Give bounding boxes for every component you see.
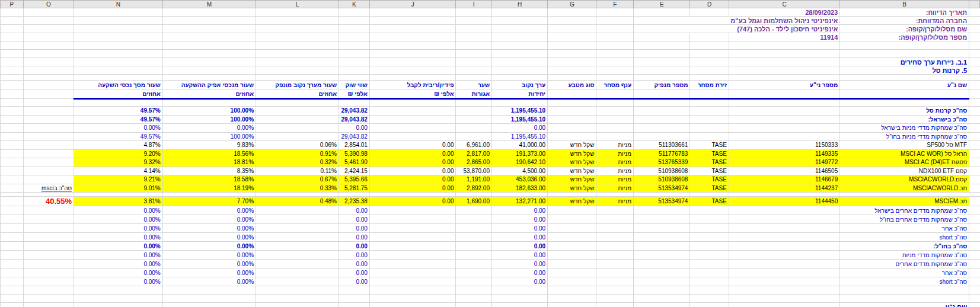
- cell-P-r12[interactable]: [1, 99, 24, 107]
- cell-edge-r23[interactable]: [969, 193, 980, 197]
- cell-I-r30[interactable]: [456, 251, 492, 260]
- cell-edge-r18[interactable]: [969, 149, 980, 158]
- cell-K-r8[interactable]: [339, 66, 370, 75]
- cell-edge-r5[interactable]: [969, 41, 980, 50]
- cell-E-r2[interactable]: [634, 17, 690, 25]
- cell-M-r21[interactable]: 18.58%: [162, 175, 256, 184]
- cell-J-r22[interactable]: 0.00: [369, 184, 456, 193]
- cell-J-r2[interactable]: [369, 17, 456, 25]
- cell-N-r15[interactable]: 0.00%: [74, 124, 163, 133]
- cell-G-r20[interactable]: שקל חדש: [548, 167, 596, 175]
- cell-H-r34[interactable]: [492, 286, 548, 295]
- cell-I-r15[interactable]: [456, 124, 492, 133]
- cell-M-r19[interactable]: 18.81%: [162, 158, 256, 167]
- cell-J-r23[interactable]: [369, 193, 456, 197]
- cell-B-r19[interactable]: פסגות MSCI AC (D4)ET: [840, 158, 969, 167]
- cell-D-r35[interactable]: [690, 295, 729, 303]
- cell-C-r14[interactable]: [729, 115, 839, 124]
- cell-P-r19[interactable]: [1, 158, 24, 167]
- column-header-edge[interactable]: [969, 1, 980, 8]
- cell-I-r11[interactable]: אגורות: [456, 89, 492, 99]
- cell-F-r5[interactable]: [596, 41, 634, 50]
- cell-P-r34[interactable]: [1, 286, 24, 295]
- cell-I-r25[interactable]: [456, 206, 492, 215]
- cell-J-r6[interactable]: [369, 50, 456, 58]
- cell-G-r14[interactable]: [548, 115, 596, 124]
- cell-L-r35[interactable]: [256, 295, 339, 303]
- cell-N-r26[interactable]: 0.00%: [74, 215, 163, 224]
- cell-C-r28[interactable]: [729, 233, 839, 242]
- cell-H-r28[interactable]: 0.00: [492, 233, 548, 242]
- cell-edge-r24[interactable]: [969, 197, 980, 206]
- cell-H-r19[interactable]: 190,642.10: [492, 158, 548, 167]
- cell-D-r29[interactable]: [690, 242, 729, 251]
- cell-G-r31[interactable]: [548, 260, 596, 268]
- cell-C-r20[interactable]: 1146505: [729, 167, 839, 175]
- cell-D-r14[interactable]: [690, 115, 729, 124]
- cell-H-r26[interactable]: 0.00: [492, 215, 548, 224]
- cell-edge-r7[interactable]: [969, 58, 980, 66]
- cell-P-r3[interactable]: [1, 25, 24, 33]
- cell-M-r20[interactable]: 8.35%: [162, 167, 256, 175]
- cell-P-r33[interactable]: [1, 277, 24, 286]
- cell-E-r6[interactable]: [634, 50, 690, 58]
- cell-D-r6[interactable]: [690, 50, 729, 58]
- cell-J-r26[interactable]: [369, 215, 456, 224]
- cell-N-r27[interactable]: 0.00%: [74, 224, 163, 233]
- cell-C-r23[interactable]: [729, 193, 839, 197]
- cell-F-r25[interactable]: [596, 206, 634, 215]
- cell-C-r24[interactable]: 1144450: [729, 197, 839, 206]
- cell-I-r12[interactable]: [456, 99, 492, 107]
- cell-P-r24[interactable]: [1, 197, 24, 206]
- cell-D-r18[interactable]: TASE: [690, 149, 729, 158]
- cell-J-r17[interactable]: 0.00: [369, 141, 456, 150]
- cell-G-r29[interactable]: [548, 242, 596, 251]
- cell-edge-r28[interactable]: [969, 233, 980, 242]
- column-header-G[interactable]: G: [548, 1, 596, 8]
- cell-P-r35[interactable]: [1, 295, 24, 303]
- cell-C-r15[interactable]: [729, 124, 839, 133]
- cell-H-r21[interactable]: 453,036.00: [492, 175, 548, 184]
- cell-I-r35[interactable]: [456, 295, 492, 303]
- column-header-P[interactable]: P: [1, 1, 24, 8]
- cell-G-r3[interactable]: [548, 25, 596, 33]
- cell-M-r32[interactable]: 0.00%: [162, 268, 256, 277]
- cell-K-r36[interactable]: [339, 303, 370, 307]
- cell-L-r10[interactable]: שעור מערך נקוב מונפק: [256, 81, 339, 89]
- cell-F-r26[interactable]: [596, 215, 634, 224]
- cell-L-r4[interactable]: [256, 33, 339, 41]
- cell-E-r20[interactable]: 510938608: [634, 167, 690, 175]
- cell-M-r35[interactable]: [162, 295, 256, 303]
- cell-I-r16[interactable]: [456, 132, 492, 141]
- cell-C-r34[interactable]: [729, 286, 839, 295]
- cell-E-r23[interactable]: [634, 193, 690, 197]
- cell-D-r13[interactable]: [690, 107, 729, 116]
- cell-H-r16[interactable]: 1,195,455.10: [492, 132, 548, 141]
- cell-N-r24[interactable]: 3.81%: [74, 197, 163, 206]
- cell-K-r3[interactable]: [339, 25, 370, 33]
- cell-B-r31[interactable]: סה"כ שמחקות מדדים אחרים: [840, 260, 969, 268]
- cell-J-r28[interactable]: [369, 233, 456, 242]
- cell-O-r1[interactable]: [23, 8, 74, 17]
- cell-B-r14[interactable]: סה"כ בישראל:: [840, 115, 969, 124]
- cell-M-r26[interactable]: 0.00%: [162, 215, 256, 224]
- cell-K-r18[interactable]: 5,390.98: [339, 149, 370, 158]
- cell-H-r3[interactable]: [492, 25, 548, 33]
- cell-G-r11[interactable]: [548, 89, 596, 99]
- cell-N-r33[interactable]: 0.00%: [74, 277, 163, 286]
- cell-I-r6[interactable]: [456, 50, 492, 58]
- cell-H-r25[interactable]: 0.00: [492, 206, 548, 215]
- cell-J-r13[interactable]: [369, 107, 456, 116]
- cell-O-r24[interactable]: 40.55%: [23, 197, 74, 206]
- cell-F-r31[interactable]: [596, 260, 634, 268]
- cell-O-r3[interactable]: [23, 25, 74, 33]
- cell-D-r32[interactable]: [690, 268, 729, 277]
- cell-M-r30[interactable]: 0.00%: [162, 251, 256, 260]
- cell-I-r26[interactable]: [456, 215, 492, 224]
- cell-O-r7[interactable]: [23, 58, 74, 66]
- cell-P-r13[interactable]: [1, 107, 24, 116]
- cell-I-r18[interactable]: 2,817.00: [456, 149, 492, 158]
- cell-L-r31[interactable]: [256, 260, 339, 268]
- cell-K-r34[interactable]: [339, 286, 370, 295]
- cell-J-r36[interactable]: [369, 303, 456, 307]
